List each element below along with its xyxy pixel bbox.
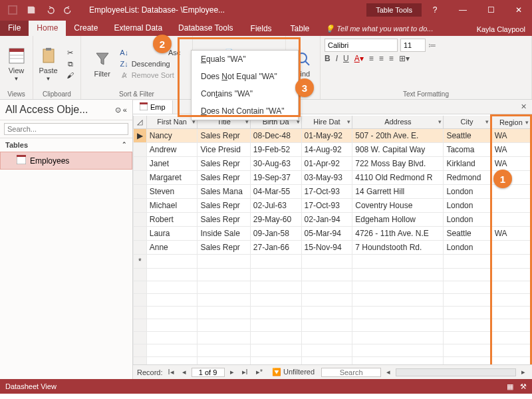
cell-birth[interactable] [250, 255, 301, 269]
cell-addr[interactable]: 908 W. Capital Way [352, 143, 444, 157]
new-record-row[interactable]: * [134, 255, 531, 269]
cell-birth[interactable]: 09-Jan-58 [250, 227, 301, 241]
table-row[interactable]: LauraInside Sale09-Jan-5805-Mar-944726 -… [134, 227, 531, 241]
table-row[interactable]: StevenSales Mana04-Mar-5517-Oct-9314 Gar… [134, 185, 531, 199]
filter-not-equal[interactable]: Does Not Equal "WA" [192, 68, 298, 85]
tab-create[interactable]: Create [66, 21, 106, 36]
first-record-button[interactable]: I◂ [166, 368, 177, 376]
select-all-corner[interactable]: ◿ [134, 116, 147, 129]
cell-hire[interactable] [301, 255, 352, 269]
cell-addr[interactable] [352, 255, 444, 269]
save-icon[interactable] [24, 3, 39, 17]
cut-button[interactable]: ✂ [63, 47, 78, 58]
cell-addr[interactable]: 722 Moss Bay Blvd. [352, 157, 444, 171]
help-button[interactable]: ? [422, 1, 448, 19]
new-record-nav-button[interactable]: ▸* [253, 368, 265, 376]
cell-region[interactable]: WA [491, 227, 531, 241]
cell-firstName[interactable]: Andrew [146, 143, 198, 157]
bold-button[interactable]: B [325, 54, 331, 63]
cell-region[interactable] [491, 241, 531, 255]
table-row[interactable]: AndrewVice Presid19-Feb-5214-Aug-92908 W… [134, 143, 531, 157]
tab-home[interactable]: Home [29, 21, 66, 36]
filter-not-contain[interactable]: Does Not Contain "WA" [192, 102, 298, 120]
row-selector[interactable] [134, 171, 147, 185]
tab-table[interactable]: Table [281, 21, 319, 36]
cell-birth[interactable]: 08-Dec-48 [250, 129, 301, 143]
cell-birth[interactable]: 02-Jul-63 [250, 199, 301, 213]
cell-addr[interactable]: 4110 Old Redmond R [352, 171, 444, 185]
cell-firstName[interactable] [146, 255, 198, 269]
user-name[interactable]: Kayla Claypool [470, 23, 532, 36]
cell-title[interactable]: Vice Presid [198, 143, 250, 157]
tell-me-search[interactable]: 💡 Tell me what you want to do... [319, 22, 469, 36]
cell-birth[interactable]: 19-Sep-37 [250, 171, 301, 185]
cell-city[interactable]: Tacoma [444, 143, 491, 157]
row-selector[interactable] [134, 199, 147, 213]
cell-addr[interactable]: 14 Garrett Hill [352, 185, 444, 199]
cell-region[interactable] [491, 255, 531, 269]
cell-hire[interactable]: 05-Mar-94 [301, 227, 352, 241]
nav-title[interactable]: All Access Obje... [5, 104, 88, 116]
filter-contains[interactable]: Contains "WA" [192, 85, 298, 102]
cell-city[interactable]: Kirkland [444, 157, 491, 171]
cell-city[interactable]: Redmond [444, 171, 491, 185]
maximize-button[interactable]: ☐ [477, 1, 504, 19]
cell-region[interactable] [491, 199, 531, 213]
h-scrollbar[interactable] [396, 368, 516, 376]
italic-button[interactable]: I [336, 54, 338, 63]
minimize-button[interactable]: — [450, 1, 476, 19]
document-tab[interactable]: Emp [133, 100, 173, 114]
cell-region[interactable]: WA [491, 143, 531, 157]
row-selector[interactable] [134, 143, 147, 157]
cell-region[interactable] [491, 213, 531, 227]
cell-region[interactable] [491, 185, 531, 199]
paste-button[interactable]: Paste ▼ [36, 45, 60, 83]
ascending-button[interactable]: A↓AscendingAsc [117, 47, 184, 58]
datasheet-view-icon[interactable]: ▦ [507, 382, 513, 391]
cell-addr[interactable]: 4726 - 11th Ave. N.E [352, 227, 444, 241]
row-selector[interactable]: ▶ [134, 129, 147, 143]
new-row-selector[interactable]: * [134, 255, 147, 269]
column-header-city[interactable]: City▾ [444, 116, 491, 129]
cell-birth[interactable]: 19-Feb-52 [250, 143, 301, 157]
filter-status[interactable]: 🔽 Unfiltered [272, 368, 315, 376]
nav-search-input[interactable] [4, 123, 128, 135]
tab-fields[interactable]: Fields [241, 21, 281, 36]
nav-item-employees[interactable]: Employees [0, 152, 132, 170]
cell-birth[interactable]: 29-May-60 [250, 213, 301, 227]
last-record-button[interactable]: ▸I [239, 368, 251, 376]
tab-database-tools[interactable]: Database Tools [170, 21, 241, 36]
align-right-button[interactable]: ≡ [389, 54, 394, 63]
cell-firstName[interactable]: Nancy [146, 129, 198, 143]
column-header-addr[interactable]: Address▾ [352, 116, 444, 129]
close-button[interactable]: ✕ [505, 1, 532, 19]
cell-title[interactable]: Sales Repr [198, 199, 250, 213]
undo-icon[interactable] [43, 3, 57, 17]
table-row[interactable]: AnneSales Repr27-Jan-6615-Nov-947 Hounds… [134, 241, 531, 255]
cell-hire[interactable]: 01-May-92 [301, 129, 352, 143]
cell-firstName[interactable]: Janet [146, 157, 198, 171]
cell-title[interactable]: Inside Sale [198, 227, 250, 241]
cell-city[interactable]: London [444, 185, 491, 199]
cell-addr[interactable]: Edgeham Hollow [352, 213, 444, 227]
cell-title[interactable]: Sales Repr [198, 157, 250, 171]
font-select[interactable] [325, 39, 398, 52]
cell-birth[interactable]: 27-Jan-66 [250, 241, 301, 255]
cell-city[interactable]: Seattle [444, 227, 491, 241]
cell-firstName[interactable]: Michael [146, 199, 198, 213]
tab-external-data[interactable]: External Data [106, 21, 170, 36]
cell-hire[interactable]: 03-May-93 [301, 171, 352, 185]
cell-city[interactable]: Seattle [444, 129, 491, 143]
cell-title[interactable] [198, 255, 250, 269]
table-row[interactable]: ▶NancySales Repr08-Dec-4801-May-92507 - … [134, 129, 531, 143]
font-size-select[interactable] [400, 39, 426, 52]
cell-addr[interactable]: Coventry House [352, 199, 444, 213]
underline-button[interactable]: U [343, 54, 349, 63]
row-selector[interactable] [134, 241, 147, 255]
cell-addr[interactable]: 7 Houndstooth Rd. [352, 241, 444, 255]
row-selector[interactable] [134, 157, 147, 171]
table-row[interactable]: RobertSales Repr29-May-6002-Jan-94Edgeha… [134, 213, 531, 227]
scroll-left-button[interactable]: ◂ [384, 368, 393, 376]
cell-addr[interactable]: 507 - 20th Ave. E. [352, 129, 444, 143]
cell-hire[interactable]: 02-Jan-94 [301, 213, 352, 227]
